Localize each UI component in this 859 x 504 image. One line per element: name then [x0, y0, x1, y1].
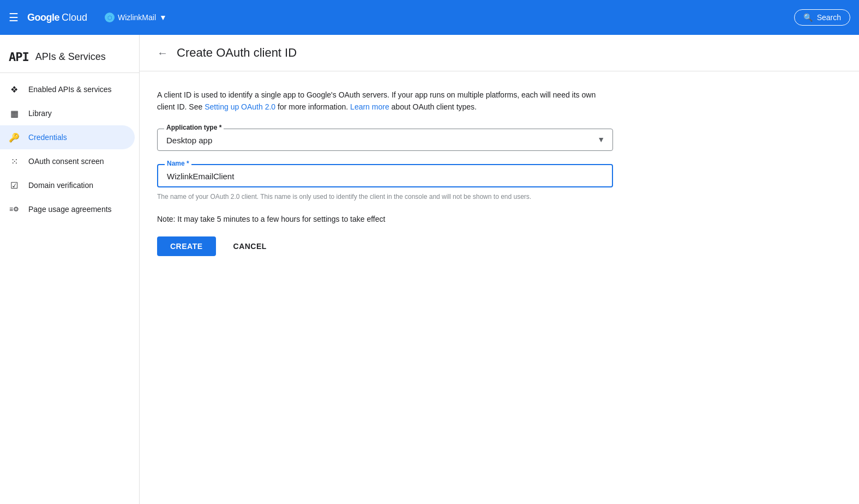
sidebar-header: API APIs & Services — [0, 44, 139, 73]
sidebar-item-enabled-apis[interactable]: ❖ Enabled APIs & services — [0, 77, 135, 101]
sidebar-item-label: Enabled APIs & services — [28, 85, 112, 94]
oauth-setup-link[interactable]: Setting up OAuth 2.0 — [205, 102, 275, 111]
credentials-icon: 🔑 — [9, 132, 20, 143]
project-dot-icon: ⬡ — [105, 13, 115, 22]
domain-verification-icon: ☑ — [9, 180, 20, 191]
name-label: Name * — [165, 160, 191, 167]
sidebar-item-credentials[interactable]: 🔑 Credentials — [0, 125, 135, 149]
top-navigation: ☰ Google Cloud ⬡ WizlinkMail ▼ 🔍 Search — [0, 0, 859, 35]
name-field-group: Name * The name of your OAuth 2.0 client… — [157, 164, 613, 202]
description-end: about OAuth client types. — [392, 102, 477, 111]
name-hint: The name of your OAuth 2.0 client. This … — [157, 192, 613, 202]
content-body: A client ID is used to identify a single… — [140, 71, 630, 274]
menu-icon[interactable]: ☰ — [9, 11, 19, 24]
page-title: Create OAuth client ID — [177, 46, 297, 60]
project-selector[interactable]: ⬡ WizlinkMail ▼ — [100, 9, 171, 26]
sidebar-item-label: Library — [28, 109, 52, 118]
search-button[interactable]: 🔍 Search — [794, 9, 850, 26]
app-type-field-group: Application type * Desktop app Web appli… — [157, 129, 613, 151]
google-cloud-logo: Google Cloud — [27, 12, 87, 23]
description-mid: for more information. — [278, 102, 350, 111]
oauth-consent-icon: ⁙ — [9, 156, 20, 167]
name-input[interactable] — [167, 172, 603, 181]
sidebar-item-domain-verification[interactable]: ☑ Domain verification — [0, 173, 135, 197]
sidebar-item-label: OAuth consent screen — [28, 157, 104, 166]
search-label: Search — [817, 13, 841, 22]
api-icon: API — [9, 50, 29, 64]
content-header: ← Create OAuth client ID — [140, 35, 859, 71]
app-type-label: Application type * — [164, 124, 224, 131]
sidebar-item-oauth-consent[interactable]: ⁙ OAuth consent screen — [0, 149, 135, 173]
create-button[interactable]: CREATE — [157, 236, 216, 256]
note-text: Note: It may take 5 minutes to a few hou… — [157, 215, 613, 223]
google-text: Google — [27, 12, 59, 23]
sidebar-item-label: Page usage agreements — [28, 205, 112, 214]
main-layout: API APIs & Services ❖ Enabled APIs & ser… — [0, 35, 859, 504]
app-type-container: Application type * Desktop app Web appli… — [157, 129, 613, 151]
cancel-button[interactable]: CANCEL — [220, 236, 280, 256]
enabled-apis-icon: ❖ — [9, 84, 20, 95]
sidebar: API APIs & Services ❖ Enabled APIs & ser… — [0, 35, 140, 504]
name-container: Name * — [157, 164, 613, 187]
description-text: A client ID is used to identify a single… — [157, 89, 613, 113]
search-icon: 🔍 — [803, 13, 813, 22]
content-area: ← Create OAuth client ID A client ID is … — [140, 35, 859, 504]
sidebar-title: APIs & Services — [35, 51, 106, 63]
sidebar-item-label: Domain verification — [28, 181, 93, 190]
app-type-select[interactable]: Desktop app Web application Android iOS … — [166, 136, 604, 145]
form-actions: CREATE CANCEL — [157, 236, 613, 256]
library-icon: ▦ — [9, 108, 20, 119]
sidebar-item-label: Credentials — [28, 133, 67, 142]
learn-more-link[interactable]: Learn more — [350, 102, 389, 111]
back-button[interactable]: ← — [157, 47, 168, 59]
sidebar-item-page-usage[interactable]: ≡⚙ Page usage agreements — [0, 197, 135, 221]
sidebar-item-library[interactable]: ▦ Library — [0, 101, 135, 125]
cloud-text: Cloud — [62, 12, 87, 23]
page-usage-icon: ≡⚙ — [9, 204, 20, 215]
project-dropdown-icon: ▼ — [159, 13, 167, 22]
project-name: WizlinkMail — [118, 13, 156, 22]
